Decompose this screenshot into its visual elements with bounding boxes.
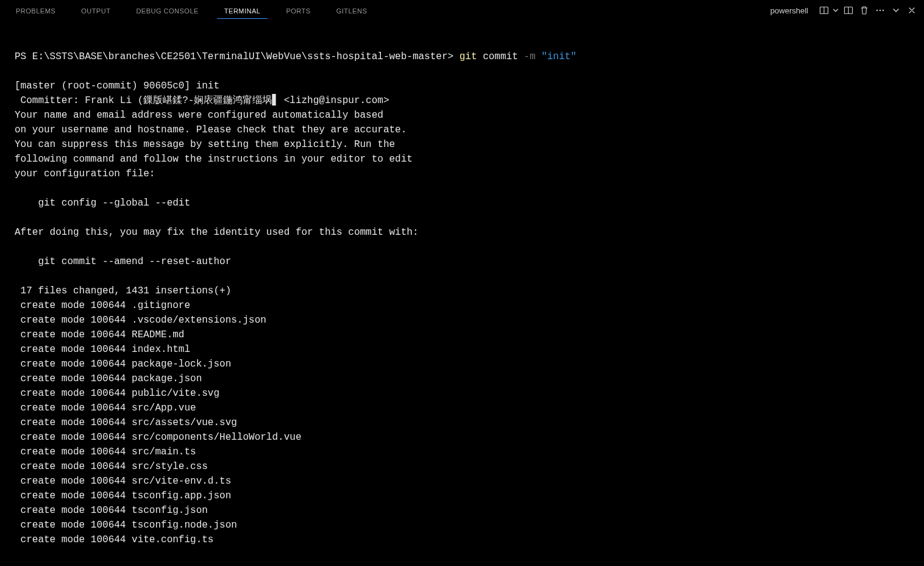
- new-terminal-button[interactable]: [841, 3, 856, 18]
- tab-problems[interactable]: PROBLEMS: [9, 2, 63, 19]
- more-actions-button[interactable]: [873, 3, 887, 18]
- chevron-down-icon[interactable]: [889, 3, 903, 18]
- prompt-prefix: PS E:\SSTS\BASE\branches\CE2501\Terminal…: [15, 51, 460, 62]
- cmd-flag: -m: [524, 51, 535, 62]
- close-panel-button[interactable]: [904, 3, 919, 18]
- svg-point-5: [876, 10, 878, 11]
- panel-actions: powershell: [763, 3, 919, 18]
- tab-debug-console[interactable]: DEBUG CONSOLE: [129, 2, 205, 19]
- panel-tabs: PROBLEMS OUTPUT DEBUG CONSOLE TERMINAL P…: [9, 2, 763, 19]
- terminal-text-lines: [master (root-commit) 90605c0] init Comm…: [15, 79, 919, 547]
- svg-point-7: [883, 10, 884, 11]
- kill-terminal-button[interactable]: [857, 3, 872, 18]
- tab-output[interactable]: OUTPUT: [74, 2, 118, 19]
- cmd-args: commit: [477, 51, 524, 62]
- panel-header: PROBLEMS OUTPUT DEBUG CONSOLE TERMINAL P…: [0, 0, 924, 21]
- terminal-output[interactable]: PS E:\SSTS\BASE\branches\CE2501\Terminal…: [0, 21, 924, 566]
- prompt-line: PS E:\SSTS\BASE\branches\CE2501\Terminal…: [15, 49, 919, 64]
- svg-point-6: [880, 10, 881, 11]
- shell-selector[interactable]: powershell: [763, 6, 812, 15]
- split-terminal-button[interactable]: [817, 3, 831, 18]
- split-terminal-dropdown[interactable]: [831, 3, 840, 18]
- cmd-msg: "init": [541, 51, 577, 62]
- tab-gitlens[interactable]: GITLENS: [329, 2, 375, 19]
- shell-name: powershell: [770, 6, 808, 15]
- tab-ports[interactable]: PORTS: [279, 2, 318, 19]
- tab-terminal[interactable]: TERMINAL: [217, 2, 268, 19]
- cmd-git: git: [460, 51, 477, 62]
